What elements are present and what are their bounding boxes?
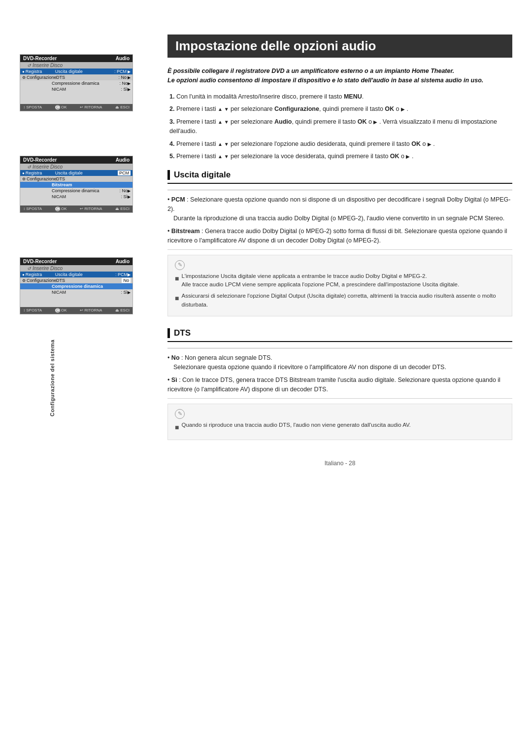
- section-dts-title: DTS: [167, 328, 512, 342]
- note-row-1: ■ L'impostazione Uscita digitale viene a…: [175, 272, 505, 289]
- section-uscita-digitale: Uscita digitale • PCM : Selezionare ques…: [167, 170, 512, 316]
- step-4: 4. Premere i tasti ▲ ▼ per selezionare l…: [167, 139, 512, 149]
- dvd-menu-row-config-3: ⚙ Configurazione DTS No: [20, 277, 133, 283]
- dvd-screen-2: DVD-Recorder Audio ↺ Inserire Disco ● Re…: [20, 156, 133, 213]
- bullet-pcm: • PCM : Selezionare questa opzione quand…: [167, 195, 512, 223]
- dvd-menu-row-rec-2: ● Registra Uscita digitale PCM: [20, 170, 133, 176]
- dvd-screen-1: DVD-Recorder Audio ↺ Inserire Disco ● Re…: [20, 54, 133, 111]
- note-box-uscita: ✎ ■ L'impostazione Uscita digitale viene…: [167, 255, 512, 316]
- bullet-bitstream: • Bitstream : Genera tracce audio Dolby …: [167, 227, 512, 245]
- dvd-empty-3: [20, 200, 133, 206]
- dvd-menu-row-config-1: ⚙ Configurazione DTS : No ▶: [20, 74, 133, 80]
- dvd-menu-row-nicam-3: NICAM : Sì ▶: [20, 289, 133, 295]
- dvd-menu-insert-disc-2: ↺ Inserire Disco: [20, 164, 133, 170]
- dvd-menu-row-bitstream: Bitstream: [20, 182, 133, 188]
- page-title: Impostazione delle opzioni audio: [167, 34, 512, 58]
- dvd-menu-row-rec-3: ● Registra Uscita digitale : PCM ▶: [20, 272, 133, 277]
- dvd-screen-1-audio: Audio: [116, 56, 130, 61]
- dvd-empty-2: [20, 98, 133, 104]
- intro-text: È possibile collegare il registratore DV…: [167, 67, 512, 85]
- dvd-screen-1-title: DVD-Recorder: [23, 56, 57, 61]
- dvd-label-rec-1: Registra: [26, 69, 55, 74]
- dvd-menu-row-nicam-1: NICAM : Sì ▶: [20, 86, 133, 92]
- note-row-dts-1: ■ Quando si riproduce una traccia audio …: [175, 421, 505, 433]
- note-icon-uscita: ✎: [175, 260, 185, 270]
- dvd-screen-3-header: DVD-Recorder Audio: [20, 258, 133, 265]
- dvd-menu-insert-disc-3: ↺ Inserire Disco: [20, 265, 133, 272]
- dvd-screen-2-title: DVD-Recorder: [23, 157, 57, 163]
- footer-text: Italiano - 28: [325, 460, 356, 467]
- step-2: 2. Premere i tasti ▲ ▼ per selezionare C…: [167, 104, 512, 114]
- bullet-no: • No : Non genera alcun segnale DTS. Sel…: [167, 353, 512, 372]
- step-5: 5. Premere i tasti ▲ ▼ per selezionare l…: [167, 152, 512, 161]
- section-uscita-title: Uscita digitale: [167, 170, 512, 184]
- section-bar-dts: [167, 328, 170, 338]
- dvd-empty-4: [20, 295, 133, 301]
- dvd-bottom-1: ↕ SPOSTA OK OK ↩ RITORNA ⏏ ESCI: [20, 104, 133, 111]
- dvd-menu-row-comp-1: Compressione dinamica : No ▶: [20, 80, 133, 86]
- dvd-screen-2-audio: Audio: [116, 157, 130, 163]
- dvd-menu-row-config-2: ⚙ Configurazione DTS: [20, 176, 133, 182]
- note-row-2: ■ Assicurarsi di selezionare l'opzione D…: [175, 292, 505, 309]
- dvd-bottom-3: ↕ SPOSTA OK OK ↩ RITORNA ⏏ ESCI: [20, 307, 133, 314]
- dvd-screen-3-audio: Audio: [116, 259, 130, 264]
- note-icon-dts: ✎: [175, 409, 185, 419]
- dvd-menu-row-nicam-2: NICAM : Sì ▶: [20, 194, 133, 200]
- sidebar: Configurazione del sistema DVD-Recorder …: [0, 20, 153, 736]
- section-bar-uscita: [167, 170, 170, 180]
- step-1: 1. Con l'unità in modalità Arresto/Inser…: [167, 92, 512, 102]
- dvd-screen-3-title: DVD-Recorder: [23, 259, 57, 264]
- dvd-menu-row-rec-1: ● Registra Uscita digitale : PCM ▶: [20, 69, 133, 74]
- step-3: 3. Premere i tasti ▲ ▼ per selezionare A…: [167, 117, 512, 136]
- sidebar-label: Configurazione del sistema: [49, 340, 55, 416]
- bullet-si: • Sì : Con le tracce DTS, genera tracce …: [167, 376, 512, 394]
- dvd-menu-row-comp-selected: Compressione dinamica: [20, 283, 133, 289]
- dvd-bottom-2: ↕ SPOSTA OK OK ↩ RITORNA ⏏ ESCI: [20, 206, 133, 212]
- insert-disc-label-1: Inserire Disco: [33, 63, 63, 68]
- dvd-menu-insert-disc-1: ↺ Inserire Disco: [20, 62, 133, 69]
- dvd-screen-2-header: DVD-Recorder Audio: [20, 156, 133, 164]
- steps-list: 1. Con l'unità in modalità Arresto/Inser…: [167, 92, 512, 162]
- dvd-empty-5: [20, 301, 133, 307]
- dvd-screen-1-header: DVD-Recorder Audio: [20, 55, 133, 62]
- section-dts: DTS • No : Non genera alcun segnale DTS.…: [167, 328, 512, 440]
- main-content: Impostazione delle opzioni audio È possi…: [153, 20, 532, 736]
- dvd-empty-1: [20, 92, 133, 98]
- note-box-dts: ✎ ■ Quando si riproduce una traccia audi…: [167, 404, 512, 440]
- page-footer: Italiano - 28: [167, 455, 512, 467]
- dvd-menu-row-comp-2: Compressione dinamica : No ▶: [20, 188, 133, 194]
- dvd-screen-3: DVD-Recorder Audio ↺ Inserire Disco ● Re…: [20, 257, 133, 314]
